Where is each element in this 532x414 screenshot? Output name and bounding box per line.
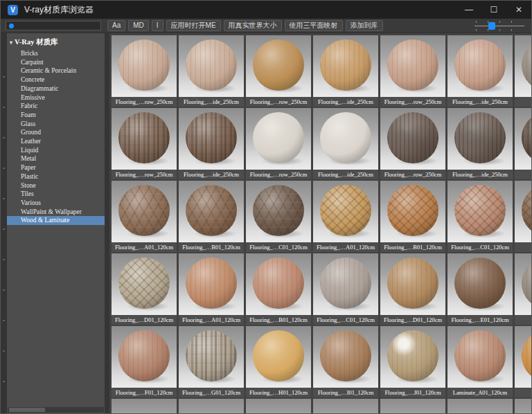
material-tile[interactable]: F (515, 108, 531, 179)
planks-texture (387, 39, 438, 91)
material-tile[interactable]: Flooring_…row_250cm (112, 108, 177, 179)
sidebar-item-fabric[interactable]: Fabric (7, 102, 105, 111)
toolbar-button-2[interactable]: I (152, 20, 163, 31)
toolbar-button-3[interactable]: 应用时打开ME (166, 20, 221, 31)
sidebar-item-ground[interactable]: Ground (7, 128, 105, 137)
close-button[interactable]: ✕ (506, 1, 531, 19)
material-label: Flooring_…C01_120cm (313, 315, 378, 325)
material-preview (179, 108, 244, 170)
slider-track (475, 26, 524, 26)
thumbnail-size-slider[interactable] (475, 21, 524, 31)
material-tile[interactable]: Flooring_…B01_120cm (246, 253, 311, 325)
material-tile[interactable]: Flooring_…row_250cm (246, 108, 311, 179)
toolbar-button-6[interactable]: 添加到库 (346, 20, 383, 31)
material-sphere (253, 258, 304, 309)
material-tile[interactable]: Flooring_…F01_120cm (112, 326, 177, 397)
material-tile[interactable]: Flooring_…row_250cm (380, 35, 445, 107)
material-preview (246, 399, 311, 413)
material-tile[interactable]: Flooring_…I01_120cm (313, 326, 378, 397)
sidebar-splitter[interactable] (105, 33, 109, 413)
planks-texture (118, 39, 170, 91)
search-field[interactable] (6, 21, 101, 30)
maximize-button[interactable]: ☐ (481, 1, 506, 19)
material-tile[interactable] (246, 399, 311, 413)
sidebar-item-emissive[interactable]: Emissive (7, 93, 105, 102)
sidebar-item-tiles[interactable]: Tiles (7, 190, 105, 199)
material-tile[interactable] (112, 399, 177, 413)
material-tile[interactable]: Flooring_…C01_120cm (246, 181, 311, 252)
material-label: Flooring_…C01_120cm (447, 242, 513, 252)
material-tile[interactable] (313, 399, 378, 413)
sidebar-item-wallpaint-wallpaper[interactable]: WallPaint & Wallpaper (7, 208, 105, 217)
material-tile[interactable]: Flooring_…H01_120cm (246, 326, 311, 397)
minimize-button[interactable]: — (456, 1, 481, 19)
material-tile[interactable]: Flooring_…D01_120cm (112, 253, 177, 325)
material-label: Flooring_…row_250cm (246, 97, 311, 107)
material-tile[interactable] (515, 326, 531, 397)
material-label: Flooring_…ide_250cm (447, 170, 513, 179)
material-tile[interactable]: Flooring_…A01_120cm (313, 181, 378, 252)
sidebar-item-stone[interactable]: Stone (7, 181, 105, 190)
material-tile[interactable]: Flooring_…ide_250cm (179, 108, 244, 179)
material-tile[interactable] (179, 399, 244, 413)
toolbar-button-1[interactable]: MD (128, 20, 149, 31)
material-tile[interactable]: Flooring_…B01_120cm (380, 181, 445, 252)
sidebar-item-plastic[interactable]: Plastic (7, 172, 105, 181)
material-tile[interactable]: F (515, 35, 531, 107)
material-tile[interactable]: Laminate_A01_120cm (447, 326, 513, 397)
material-tile[interactable]: Flooring_…ide_250cm (447, 35, 513, 107)
material-tile[interactable]: Flooring_…row_250cm (246, 35, 311, 107)
material-sphere (118, 39, 170, 91)
sidebar-item-bricks[interactable]: Bricks (7, 49, 105, 58)
material-tile[interactable] (515, 399, 531, 413)
sidebar-item-various[interactable]: Various (7, 199, 105, 208)
toolbar-button-0[interactable]: Aa (107, 20, 125, 31)
sidebar-hscrollbar[interactable] (8, 407, 104, 413)
material-tile[interactable]: Flooring_…B01_120cm (179, 181, 244, 252)
sidebar-hscrollbar-thumb[interactable] (9, 408, 45, 412)
material-tile[interactable]: Flooring_…A01_120cm (112, 181, 177, 252)
titlebar[interactable]: V V-ray材质库浏览器 — ☐ ✕ (1, 1, 531, 19)
sidebar-item-glass[interactable]: Glass (7, 120, 105, 129)
material-tile[interactable]: Flooring_…J01_120cm (380, 326, 445, 397)
material-preview (313, 35, 378, 97)
sidebar-item-carpaint[interactable]: Carpaint (7, 58, 105, 67)
material-preview (515, 108, 531, 170)
material-tile[interactable]: Flooring_…G01_120cm (179, 326, 244, 397)
material-tile[interactable]: Flooring_…ide_250cm (313, 35, 378, 107)
material-tile[interactable] (380, 399, 445, 413)
sidebar-item-leather[interactable]: Leather (7, 137, 105, 146)
sidebar-item-concrete[interactable]: Concrete (7, 75, 105, 84)
mixed-texture (522, 112, 531, 163)
material-tile[interactable]: Flooring_…C01_120cm (447, 181, 513, 252)
material-tile[interactable] (447, 399, 513, 413)
sidebar-root-library[interactable]: ▾V-Ray 材质库 (7, 33, 105, 49)
material-tile[interactable]: Flooring_…row_250cm (380, 108, 445, 179)
material-preview (515, 35, 531, 97)
material-tile[interactable]: Flooring_…E01_120cm (447, 253, 513, 325)
material-tile[interactable]: Flooring_…C01_120cm (313, 253, 378, 325)
material-label: Flooring_…row_250cm (380, 97, 445, 107)
sidebar-item-paper[interactable]: Paper (7, 163, 105, 172)
material-tile[interactable]: Flooring_…D01_120cm (380, 253, 445, 325)
material-sphere (253, 112, 304, 163)
search-input[interactable] (14, 22, 100, 29)
sidebar-item-diagrammatic[interactable]: Diagrammatic (7, 84, 105, 93)
sidebar-item-wood-laminate[interactable]: Wood & Laminate (7, 216, 105, 225)
material-tile[interactable]: Flooring_…A01_120cm (179, 253, 244, 325)
material-tile[interactable]: F (515, 181, 531, 252)
sidebar-item-liquid[interactable]: Liquid (7, 146, 105, 155)
material-tile[interactable]: F (515, 253, 531, 325)
slider-handle[interactable] (488, 22, 495, 30)
toolbar-button-4[interactable]: 用真实世界大小 (224, 20, 282, 31)
material-tile[interactable]: Flooring_…row_250cm (112, 35, 177, 107)
material-preview (380, 35, 445, 97)
sidebar-item-foam[interactable]: Foam (7, 111, 105, 120)
material-preview (447, 181, 513, 242)
sidebar-item-ceramic-porcelain[interactable]: Ceramic & Porcelain (7, 66, 105, 75)
material-tile[interactable]: Flooring_…ide_250cm (313, 108, 378, 179)
sidebar-item-metal[interactable]: Metal (7, 154, 105, 163)
toolbar-button-5[interactable]: 使用三平面映射 (285, 20, 343, 31)
material-tile[interactable]: Flooring_…ide_250cm (447, 108, 513, 179)
material-tile[interactable]: Flooring_…ide_250cm (179, 35, 244, 107)
